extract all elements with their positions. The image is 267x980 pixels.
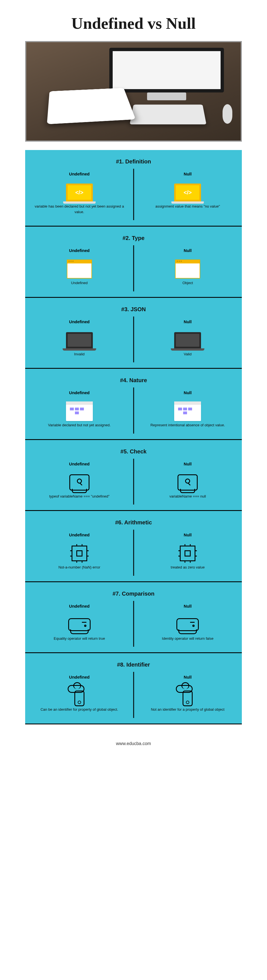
section-identifier: #8. Identifier Undefined Can be an ident… (25, 652, 242, 724)
cpu-chip-icon (180, 546, 195, 561)
desc: assignment value that means "no value" (140, 204, 235, 209)
desc: Equality operator will return true (32, 636, 127, 641)
desc: Invalid (32, 352, 127, 357)
drive-icon (68, 618, 91, 631)
col-label-undefined: Undefined (32, 461, 127, 466)
dark-laptop-icon (174, 332, 201, 348)
dark-laptop-icon (66, 332, 93, 348)
section-check: #5. Check Undefined typeof variableName … (25, 439, 242, 511)
divider (133, 245, 134, 291)
cloud-device-icon (71, 685, 88, 706)
cloud-device-icon (179, 685, 196, 706)
col-null: Null </> assignment value that means "no… (134, 172, 242, 215)
col-label-undefined: Undefined (32, 172, 127, 176)
col-label-undefined: Undefined (32, 390, 127, 395)
browser-tiles-icon (174, 401, 201, 421)
section-title: #8. Identifier (25, 662, 242, 668)
desc: Undefined (32, 280, 127, 286)
col-undefined: Undefined </> variable has been declared… (25, 172, 134, 215)
divider (133, 169, 134, 220)
desc: Object (140, 280, 235, 286)
section-title: #3. JSON (25, 306, 242, 313)
col-label-null: Null (140, 248, 235, 253)
section-json: #3. JSON Undefined Invalid Null Valid (25, 297, 242, 368)
page-title: Undefined vs Null (0, 0, 267, 41)
section-nature: #4. Nature Undefined Variable declared b… (25, 368, 242, 439)
drive-search-icon (177, 474, 198, 490)
cpu-chip-icon (72, 546, 87, 561)
section-title: #7. Comparison (25, 590, 242, 597)
code-laptop-icon: </> (66, 183, 93, 201)
section-title: #4. Nature (25, 377, 242, 383)
desc: Not-a-number (NaN) error (32, 565, 127, 570)
col-label-undefined: Undefined (32, 604, 127, 608)
col-label-null: Null (140, 390, 235, 395)
desc: variableName === null (140, 494, 235, 499)
desc: Identity operator will return false (140, 636, 235, 641)
divider (133, 388, 134, 434)
col-label-null: Null (140, 604, 235, 608)
col-label-null: Null (140, 319, 235, 324)
section-title: #6. Arithmetic (25, 519, 242, 526)
desc: Represent intentional absence of object … (140, 422, 235, 428)
desc: Not an identifier for a property of glob… (140, 707, 235, 713)
section-title: #1. Definition (25, 158, 242, 165)
comparison-sections: #1. Definition Undefined </> variable ha… (0, 150, 267, 724)
divider (133, 459, 134, 505)
section-definition: #1. Definition Undefined </> variable ha… (25, 150, 242, 226)
section-comparison: #7. Comparison Undefined Equality operat… (25, 581, 242, 652)
col-label-null: Null (140, 172, 235, 176)
col-label-undefined: Undefined (32, 533, 127, 537)
col-label-null: Null (140, 675, 235, 679)
browser-tiles-icon (66, 401, 93, 421)
desc: typeof variableName === "undefined" (32, 494, 127, 499)
desc: Valid (140, 352, 235, 357)
desc: Variable declared but not yet assigned. (32, 422, 127, 428)
window-icon (175, 259, 200, 278)
desc: variable has been declared but not yet b… (32, 204, 127, 215)
section-arithmetic: #6. Arithmetic Undefined Not-a-number (N… (25, 510, 242, 581)
footer-link: www.educba.com (0, 724, 267, 774)
hero-image (25, 41, 242, 142)
section-type: #2. Type Undefined Undefined Null Object (25, 226, 242, 297)
col-label-null: Null (140, 533, 235, 537)
desc: Can be an identifier for property of glo… (32, 707, 127, 713)
col-label-undefined: Undefined (32, 248, 127, 253)
col-label-null: Null (140, 461, 235, 466)
section-title: #2. Type (25, 235, 242, 241)
section-title: #5. Check (25, 449, 242, 455)
col-label-undefined: Undefined (32, 319, 127, 324)
window-icon (67, 259, 92, 278)
code-laptop-icon: </> (174, 183, 201, 201)
drive-icon (176, 618, 199, 631)
divider (133, 317, 134, 363)
divider (133, 672, 134, 718)
divider (133, 601, 134, 647)
drive-search-icon (69, 474, 90, 490)
col-label-undefined: Undefined (32, 675, 127, 679)
desc: treated as zero value (140, 565, 235, 570)
divider (133, 530, 134, 576)
